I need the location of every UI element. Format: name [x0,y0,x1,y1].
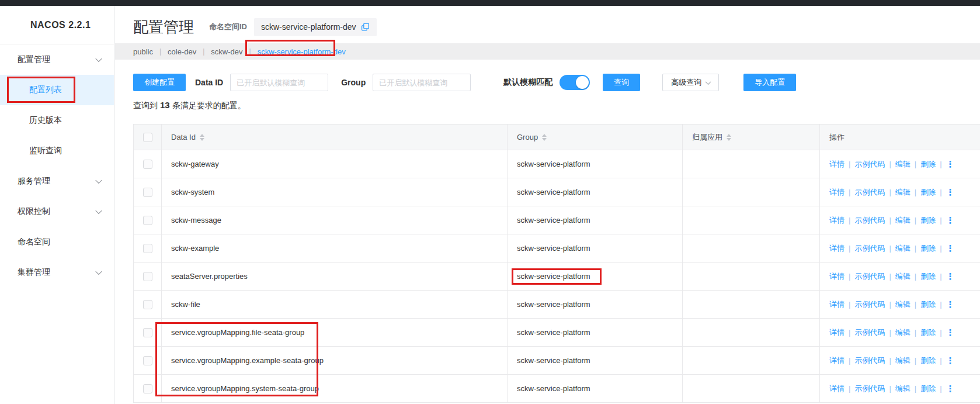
table-header-row: Data Id Group 归属应用 操作 [134,125,980,150]
row-checkbox[interactable] [143,272,152,281]
app-cell [683,263,820,291]
delete-link[interactable]: 删除 [920,299,936,310]
fuzzy-match-toggle[interactable] [559,75,590,90]
edit-link[interactable]: 编辑 [895,327,911,338]
more-actions-icon[interactable]: ⋮ [946,356,955,365]
table-column-header[interactable]: 归属应用 [683,125,820,150]
sidebar-item[interactable]: 监听查询 [0,136,114,166]
detail-link[interactable]: 详情 [829,159,845,170]
page-header: 配置管理 命名空间ID sckw-service-platform-dev [133,18,980,36]
table-column-header[interactable]: Group [508,125,683,150]
sidebar-item[interactable]: 历史版本 [0,105,114,136]
row-checkbox-cell [134,178,162,206]
edit-link[interactable]: 编辑 [895,299,911,310]
actions-cell: 详情|示例代码|编辑|删除|⋮ [820,319,980,347]
group-input[interactable] [373,74,471,91]
group-cell: sckw-service-platform [508,291,683,319]
row-checkbox[interactable] [143,356,152,365]
namespace-tab[interactable]: sckw-dev [211,47,242,56]
sidebar-item[interactable]: 配置列表 [0,75,114,105]
tab-separator: | [203,47,204,56]
select-all-checkbox[interactable] [143,133,152,142]
delete-link[interactable]: 删除 [920,384,936,394]
delete-link[interactable]: 删除 [920,215,936,226]
sample-code-link[interactable]: 示例代码 [854,299,885,310]
delete-link[interactable]: 删除 [920,271,936,282]
edit-link[interactable]: 编辑 [895,187,911,198]
detail-link[interactable]: 详情 [829,243,845,254]
delete-link[interactable]: 删除 [920,327,936,338]
sample-code-link[interactable]: 示例代码 [854,159,885,170]
sort-icon[interactable] [200,134,204,141]
sidebar-item[interactable]: 集群管理 [0,257,114,288]
edit-link[interactable]: 编辑 [895,159,911,170]
detail-link[interactable]: 详情 [829,299,845,310]
detail-link[interactable]: 详情 [829,271,845,282]
edit-link[interactable]: 编辑 [895,355,911,366]
edit-link[interactable]: 编辑 [895,243,911,254]
row-checkbox[interactable] [143,328,152,337]
more-actions-icon[interactable]: ⋮ [946,216,955,225]
fuzzy-match-label: 默认模糊匹配 [503,77,552,88]
data-id-input[interactable] [230,74,328,91]
row-checkbox[interactable] [143,384,152,393]
table-row: service.vgroupMapping.file-seata-group s… [134,319,980,347]
row-checkbox[interactable] [143,188,152,197]
sidebar-item[interactable]: 权限控制 [0,196,114,227]
search-button[interactable]: 查询 [603,74,640,91]
action-separator: | [940,328,941,337]
sample-code-link[interactable]: 示例代码 [854,327,885,338]
create-config-button[interactable]: 创建配置 [133,74,186,91]
more-actions-icon[interactable]: ⋮ [946,244,955,253]
sidebar-item[interactable]: 命名空间 [0,227,114,257]
actions-cell: 详情|示例代码|编辑|删除|⋮ [820,347,980,375]
delete-link[interactable]: 删除 [920,187,936,198]
detail-link[interactable]: 详情 [829,215,845,226]
sample-code-link[interactable]: 示例代码 [854,384,885,394]
namespace-tab[interactable]: cole-dev [168,47,196,56]
delete-link[interactable]: 删除 [920,355,936,366]
more-actions-icon[interactable]: ⋮ [946,328,955,337]
advanced-search-button[interactable]: 高级查询 [662,74,719,91]
sort-icon[interactable] [727,134,731,141]
more-actions-icon[interactable]: ⋮ [946,384,955,393]
sample-code-link[interactable]: 示例代码 [854,243,885,254]
row-checkbox[interactable] [143,160,152,169]
more-actions-icon[interactable]: ⋮ [946,300,955,309]
detail-link[interactable]: 详情 [829,384,845,394]
more-actions-icon[interactable]: ⋮ [946,160,955,168]
edit-link[interactable]: 编辑 [895,215,911,226]
row-checkbox[interactable] [143,244,152,253]
group-label: Group [341,78,366,87]
namespace-id-label: 命名空间ID [209,22,247,32]
table-column-header[interactable]: 操作 [820,125,980,150]
row-checkbox[interactable] [143,216,152,225]
detail-link[interactable]: 详情 [829,327,845,338]
sort-icon[interactable] [542,134,547,141]
sidebar-item-label: 权限控制 [18,206,50,217]
delete-link[interactable]: 删除 [920,243,936,254]
detail-link[interactable]: 详情 [829,187,845,198]
sample-code-link[interactable]: 示例代码 [854,271,885,282]
more-actions-icon[interactable]: ⋮ [946,272,955,281]
copy-icon[interactable] [361,23,370,32]
table-column-header[interactable]: Data Id [162,125,508,150]
edit-link[interactable]: 编辑 [895,384,911,394]
row-checkbox[interactable] [143,300,152,309]
import-config-button[interactable]: 导入配置 [743,74,796,91]
namespace-tab[interactable]: public [133,47,153,56]
sidebar-item[interactable]: 服务管理 [0,166,114,196]
data-id-cell: service.vgroupMapping.system-seata-group [162,375,508,403]
namespace-tab[interactable]: sckw-service-platform-dev [258,47,346,56]
more-actions-icon[interactable]: ⋮ [946,188,955,196]
page-title: 配置管理 [133,17,194,37]
delete-link[interactable]: 删除 [920,159,936,170]
data-id-cell: sckw-file [162,291,508,319]
sample-code-link[interactable]: 示例代码 [854,215,885,226]
edit-link[interactable]: 编辑 [895,271,911,282]
group-cell: sckw-service-platform [508,150,683,178]
sample-code-link[interactable]: 示例代码 [854,187,885,198]
detail-link[interactable]: 详情 [829,355,845,366]
sidebar-item[interactable]: 配置管理 [0,44,114,75]
sample-code-link[interactable]: 示例代码 [854,355,885,366]
